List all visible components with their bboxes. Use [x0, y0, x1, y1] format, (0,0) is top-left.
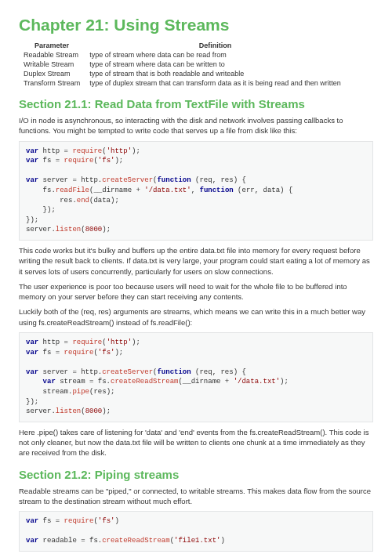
paragraph: I/O in node is asynchronous, so interact…	[19, 115, 373, 136]
code-block: var fs = require('fs') var readable = fs…	[19, 511, 373, 552]
code-block: var http = require('http'); var fs = req…	[19, 332, 373, 422]
parameter-table: ParameterDefinition Readable Streamtype …	[19, 41, 346, 88]
paragraph: Readable streams can be "piped," or conn…	[19, 486, 373, 507]
chapter-title: Chapter 21: Using Streams	[19, 16, 373, 34]
table-row: Duplex Streamtype of stream that is both…	[19, 69, 346, 78]
table-row: Transform Streamtype of duplex stream th…	[19, 78, 346, 88]
section-title: Section 21.1: Read Data from TextFile wi…	[19, 97, 373, 110]
table-row: Readable Streamtype of stream where data…	[19, 50, 346, 60]
th-def: Definition	[85, 41, 346, 50]
paragraph: The user experience is poor too because …	[19, 281, 373, 302]
paragraph: This code works but it's bulky and buffe…	[19, 245, 373, 277]
table-row: Writable Streamtype of stream where data…	[19, 60, 346, 69]
th-param: Parameter	[19, 41, 85, 50]
code-block: var http = require('http'); var fs = req…	[19, 141, 373, 241]
section-title: Section 21.2: Piping streams	[19, 468, 373, 481]
paragraph: Luckily both of the (req, res) arguments…	[19, 306, 373, 328]
paragraph: Here .pipe() takes care of listening for…	[19, 427, 373, 458]
